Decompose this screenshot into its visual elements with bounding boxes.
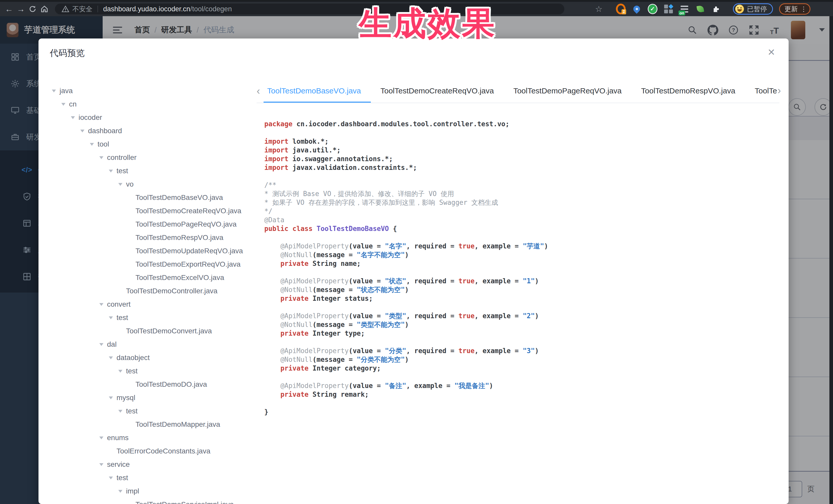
- tree-expand-caret-icon[interactable]: [115, 183, 126, 186]
- extension-leaf-icon[interactable]: [695, 4, 705, 14]
- tree-folder-vo[interactable]: vo: [48, 177, 257, 191]
- tree-file-ToolTestDemoRespVO.java[interactable]: ToolTestDemoRespVO.java: [48, 231, 257, 244]
- tree-expand-caret-icon[interactable]: [48, 90, 60, 92]
- tree-folder-test[interactable]: test: [48, 311, 257, 325]
- tree-node-label: controller: [107, 153, 137, 162]
- tabs-scroll-right-icon[interactable]: ›: [778, 85, 781, 95]
- tree-file-ToolTestDemoMapper.java[interactable]: ToolTestDemoMapper.java: [48, 418, 257, 431]
- file-tab-ToolTestDemoCreateReqVO.java[interactable]: ToolTestDemoCreateReqVO.java: [371, 79, 504, 103]
- tree-expand-caret-icon[interactable]: [105, 316, 117, 319]
- tree-expand-caret-icon[interactable]: [115, 490, 126, 493]
- tree-folder-java[interactable]: java: [48, 84, 257, 97]
- tree-node-label: mysql: [117, 394, 135, 402]
- tree-folder-mysql[interactable]: mysql: [48, 391, 257, 404]
- tree-folder-enums[interactable]: enums: [48, 431, 257, 445]
- tree-expand-caret-icon[interactable]: [58, 103, 69, 106]
- tree-folder-test[interactable]: test: [48, 164, 257, 177]
- tree-expand-caret-icon[interactable]: [115, 370, 126, 373]
- tree-expand-caret-icon[interactable]: [96, 303, 107, 306]
- tree-folder-dal[interactable]: dal: [48, 338, 257, 351]
- browser-update-button[interactable]: 更新 ⋮: [779, 3, 810, 15]
- tree-expand-caret-icon[interactable]: [96, 156, 107, 159]
- tree-file-ToolTestDemoController.java[interactable]: ToolTestDemoController.java: [48, 284, 257, 298]
- scrollbar-strip[interactable]: [829, 16, 833, 504]
- file-tab-ToolTe[interactable]: ToolTe: [745, 79, 779, 103]
- file-tab-ToolTestDemoBaseVO.java[interactable]: ToolTestDemoBaseVO.java: [264, 79, 371, 103]
- code-line: * 测试示例 Base VO，提供给添加、修改、详细的子 VO 使用: [264, 189, 782, 198]
- tree-node-label: ToolTestDemoMapper.java: [136, 421, 220, 429]
- reload-icon[interactable]: [27, 5, 39, 13]
- tree-folder-controller[interactable]: controller: [48, 151, 257, 164]
- tree-file-ToolTestDemoExportReqVO.java[interactable]: ToolTestDemoExportReqVO.java: [48, 258, 257, 271]
- code-line: package cn.iocoder.dashboard.modules.too…: [264, 120, 782, 128]
- home-icon[interactable]: [39, 5, 50, 13]
- tree-expand-caret-icon[interactable]: [96, 343, 107, 346]
- tree-file-ToolErrorCodeConstants.java[interactable]: ToolErrorCodeConstants.java: [48, 445, 257, 458]
- file-tab-ToolTestDemoPageReqVO.java[interactable]: ToolTestDemoPageReqVO.java: [503, 79, 631, 103]
- tree-node-label: java: [60, 87, 73, 95]
- tree-node-label: test: [117, 314, 128, 322]
- extension-list-icon[interactable]: on: [680, 4, 689, 14]
- tree-expand-caret-icon[interactable]: [105, 356, 117, 359]
- close-icon[interactable]: ✕: [767, 48, 775, 57]
- tree-file-ToolTestDemoServiceImpl.java[interactable]: ToolTestDemoServiceImpl.java: [48, 498, 257, 504]
- tree-node-label: iocoder: [78, 114, 102, 122]
- tree-file-ToolTestDemoPageReqVO.java[interactable]: ToolTestDemoPageReqVO.java: [48, 218, 257, 231]
- tree-file-ToolTestDemoUpdateReqVO.java[interactable]: ToolTestDemoUpdateReqVO.java: [48, 244, 257, 258]
- tree-expand-caret-icon[interactable]: [105, 397, 117, 399]
- tree-node-label: dataobject: [117, 354, 150, 362]
- tree-file-ToolTestDemoDO.java[interactable]: ToolTestDemoDO.java: [48, 378, 257, 391]
- tree-folder-iocoder[interactable]: iocoder: [48, 111, 257, 124]
- tree-expand-caret-icon[interactable]: [105, 477, 117, 479]
- tree-expand-caret-icon[interactable]: [67, 116, 78, 119]
- tree-expand-caret-icon[interactable]: [115, 410, 126, 413]
- tree-folder-dataobject[interactable]: dataobject: [48, 351, 257, 364]
- tree-folder-test[interactable]: test: [48, 471, 257, 484]
- tree-node-label: dashboard: [88, 127, 122, 135]
- browser-menu-icon[interactable]: ⋮: [801, 5, 807, 13]
- browser-profile-button[interactable]: 已暂停: [733, 3, 773, 15]
- extension-pin-icon[interactable]: [632, 4, 642, 14]
- tree-file-ToolTestDemoCreateReqVO.java[interactable]: ToolTestDemoCreateReqVO.java: [48, 204, 257, 218]
- back-icon[interactable]: ←: [3, 4, 15, 14]
- tree-file-ToolTestDemoConvert.java[interactable]: ToolTestDemoConvert.java: [48, 325, 257, 338]
- tree-node-label: ToolErrorCodeConstants.java: [117, 447, 210, 455]
- tree-folder-service[interactable]: service: [48, 458, 257, 471]
- forward-icon[interactable]: →: [15, 4, 27, 14]
- tree-node-label: ToolTestDemoServiceImpl.java: [136, 500, 234, 504]
- code-line: private String remark;: [264, 390, 782, 399]
- tree-expand-caret-icon[interactable]: [96, 463, 107, 466]
- code-line: import io.swagger.annotations.*;: [264, 154, 782, 163]
- tree-expand-caret-icon[interactable]: [86, 143, 97, 146]
- code-line: [264, 399, 782, 408]
- code-line: @ApiModelProperty(value = "类型", required…: [264, 312, 782, 320]
- tree-expand-caret-icon[interactable]: [77, 129, 88, 133]
- code-line: [264, 128, 782, 137]
- tree-folder-convert[interactable]: convert: [48, 298, 257, 311]
- tree-expand-caret-icon[interactable]: [105, 170, 117, 172]
- extensions-puzzle-icon[interactable]: [711, 4, 721, 14]
- tree-folder-test[interactable]: test: [48, 404, 257, 418]
- tree-folder-cn[interactable]: cn: [48, 97, 257, 111]
- tree-folder-tool[interactable]: tool: [48, 138, 257, 151]
- code-line: import lombok.*;: [264, 137, 782, 146]
- tree-folder-test[interactable]: test: [48, 364, 257, 378]
- extension-grid-icon[interactable]: [664, 4, 673, 14]
- tree-file-ToolTestDemoBaseVO.java[interactable]: ToolTestDemoBaseVO.java: [48, 191, 257, 204]
- code-line: [264, 233, 782, 242]
- tree-file-ToolTestDemoExcelVO.java[interactable]: ToolTestDemoExcelVO.java: [48, 271, 257, 284]
- tree-node-label: ToolTestDemoRespVO.java: [136, 234, 223, 242]
- security-label[interactable]: 不安全: [72, 5, 92, 14]
- extension-green-icon[interactable]: ✓: [648, 4, 658, 14]
- tree-folder-dashboard[interactable]: dashboard: [48, 124, 257, 138]
- code-line: }: [264, 408, 782, 416]
- extension-orange-icon[interactable]: 1: [616, 4, 626, 14]
- file-tabs-bar: ‹ ToolTestDemoBaseVO.javaToolTestDemoCre…: [257, 79, 779, 103]
- tabs-scroll-left-icon[interactable]: ‹: [257, 86, 260, 96]
- tree-expand-caret-icon[interactable]: [96, 436, 107, 439]
- file-tab-ToolTestDemoRespVO.java[interactable]: ToolTestDemoRespVO.java: [631, 79, 745, 103]
- bookmark-star-icon[interactable]: ☆: [595, 4, 602, 14]
- annotation-title: 生成效果: [359, 2, 496, 46]
- tree-folder-impl[interactable]: impl: [48, 484, 257, 498]
- tree-node-label: ToolTestDemoExportReqVO.java: [136, 260, 240, 268]
